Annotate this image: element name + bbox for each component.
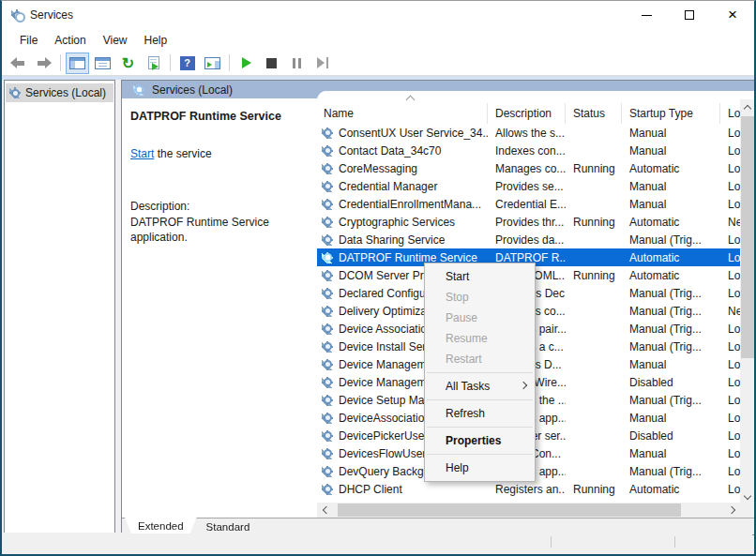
minimize-button[interactable]: [625, 1, 668, 29]
forward-icon: [36, 57, 52, 69]
close-button[interactable]: ×: [711, 1, 754, 29]
maximize-icon: [685, 10, 694, 20]
service-logon-as: Loca: [720, 144, 740, 158]
column-header-startup-type[interactable]: Startup Type: [622, 103, 720, 124]
forward-button[interactable]: [32, 53, 55, 74]
scroll-right-button[interactable]: [725, 503, 740, 518]
column-header-description[interactable]: Description: [488, 103, 566, 124]
pause-service-button[interactable]: [285, 53, 309, 74]
menu-view[interactable]: View: [95, 31, 136, 50]
service-icon: [322, 181, 333, 192]
service-logon-as: Loca: [720, 483, 740, 496]
service-icon: [322, 217, 333, 228]
context-menu-refresh[interactable]: Refresh: [425, 403, 535, 424]
menu-separator: [427, 399, 533, 400]
service-logon-as: Loca: [720, 376, 740, 389]
service-icon: [322, 163, 333, 174]
vertical-scrollbar[interactable]: [740, 99, 755, 504]
stop-service-icon: [266, 58, 277, 68]
service-startup-type: Manual (Trig...: [622, 340, 720, 353]
service-description: Credential E...: [488, 198, 566, 211]
context-menu-properties[interactable]: Properties: [425, 430, 535, 451]
chevron-left-icon: [322, 506, 329, 514]
toolbar-separator: [60, 54, 61, 71]
tab-extended[interactable]: Extended: [125, 518, 197, 533]
export-list-icon: [148, 56, 159, 69]
service-icon: [322, 341, 333, 353]
selected-service-title: DATPROF Runtime Service: [130, 110, 308, 123]
service-name: CoreMessaging: [339, 162, 417, 175]
menu-action[interactable]: Action: [46, 31, 94, 50]
table-row[interactable]: Credential Manager Provides se... Manual…: [317, 177, 740, 195]
service-action-line: Start the service: [130, 147, 308, 160]
table-row[interactable]: Contact Data_34c70 Indexes con... Manual…: [317, 142, 740, 159]
table-row[interactable]: CoreMessaging Manages co... Running Auto…: [317, 159, 740, 177]
context-menu-all-tasks[interactable]: All Tasks: [425, 376, 535, 397]
context-menu-help[interactable]: Help: [425, 458, 535, 478]
title-bar[interactable]: Services ×: [2, 1, 754, 29]
table-row[interactable]: Data Sharing Service Provides da... Manu…: [317, 231, 740, 248]
refresh-button[interactable]: ↻: [116, 53, 140, 74]
start-service-link[interactable]: Start: [130, 147, 154, 160]
column-header-log[interactable]: Log: [720, 103, 740, 124]
menu-help[interactable]: Help: [136, 31, 176, 50]
service-startup-type: Manual (Trig...: [622, 465, 720, 478]
service-icon: [322, 466, 333, 477]
context-menu-start[interactable]: Start: [425, 266, 535, 287]
services-window: Services × FileActionViewHelp ↻ Services…: [0, 0, 756, 556]
menu-separator: [427, 427, 533, 428]
table-row[interactable]: Cryptographic Services Provides thr... R…: [317, 213, 740, 231]
column-header-status[interactable]: Status: [566, 103, 622, 124]
show-hide-console-tree-button[interactable]: [66, 53, 89, 74]
back-icon: [10, 57, 26, 69]
maximize-button[interactable]: [668, 1, 711, 29]
description-label: Description:: [130, 200, 308, 213]
service-logon-as: Loca: [720, 429, 740, 443]
toolbar-separator: [229, 54, 230, 71]
service-icon: [322, 484, 333, 495]
service-description: Registers an...: [488, 483, 566, 496]
chevron-up-icon: [744, 104, 751, 112]
back-button[interactable]: [7, 53, 30, 74]
table-row[interactable]: ConsentUX User Service_34... Allows the …: [317, 124, 740, 142]
tree-item-services-local[interactable]: Services (Local): [6, 83, 113, 102]
properties-button[interactable]: [91, 53, 114, 74]
help-button[interactable]: [175, 53, 199, 74]
scroll-up-button[interactable]: [740, 99, 755, 114]
chevron-right-icon: [727, 506, 734, 514]
menu-file[interactable]: File: [11, 31, 46, 50]
service-name: DHCP Client: [339, 483, 402, 496]
vertical-scroll-thumb[interactable]: [741, 116, 754, 358]
service-action-suffix: the service: [154, 147, 211, 160]
service-name: Credential Manager: [339, 180, 437, 193]
service-startup-type: Manual: [622, 180, 720, 193]
scroll-left-button[interactable]: [317, 503, 332, 518]
stop-service-button[interactable]: [260, 53, 283, 74]
service-description: Provides da...: [488, 233, 566, 247]
show-hide-action-pane-icon: [204, 57, 220, 69]
service-startup-type: Manual (Trig...: [622, 394, 720, 407]
tab-standard[interactable]: Standard: [193, 518, 264, 534]
horizontal-scroll-thumb[interactable]: [338, 503, 681, 517]
service-startup-type: Manual: [622, 198, 720, 211]
export-list-button[interactable]: [142, 53, 165, 74]
horizontal-scrollbar[interactable]: [317, 503, 740, 518]
status-divider: [551, 536, 552, 548]
start-service-button[interactable]: [234, 53, 258, 74]
table-row[interactable]: CredentialEnrollmentMana... Credential E…: [317, 195, 740, 213]
service-logon-as: Loca: [720, 323, 740, 336]
minimize-icon: [642, 15, 652, 16]
restart-service-icon: [317, 57, 328, 68]
service-logon-as: Loca: [720, 251, 740, 264]
view-tabs: ExtendedStandard: [122, 518, 755, 534]
service-icon: [322, 128, 333, 139]
restart-service-button[interactable]: [310, 53, 334, 74]
service-icon: [322, 413, 333, 424]
table-row[interactable]: DHCP Client Registers an... Running Auto…: [317, 480, 740, 498]
show-hide-action-pane-button[interactable]: [201, 53, 224, 74]
service-logon-as: Loca: [720, 340, 740, 353]
service-startup-type: Manual (Trig...: [622, 233, 720, 247]
column-header-name[interactable]: Name: [317, 103, 488, 124]
service-name: CredentialEnrollmentMana...: [339, 198, 481, 211]
window-title: Services: [30, 8, 73, 22]
